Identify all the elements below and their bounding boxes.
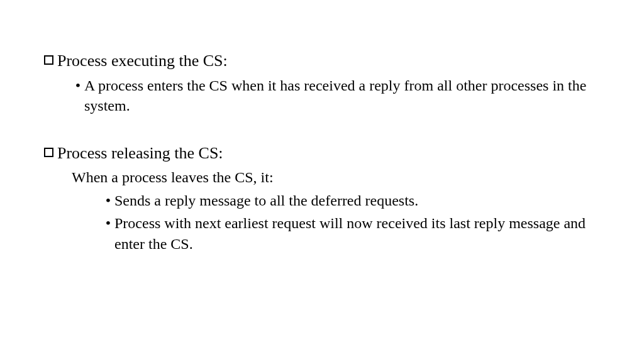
list-item: • Process with next earliest request wil… xyxy=(102,213,600,254)
dot-bullet-icon: • xyxy=(102,213,114,233)
heading-text: Process releasing the CS: xyxy=(57,143,600,164)
dot-bullet-icon: • xyxy=(72,75,84,96)
list-item: • Sends a reply message to all the defer… xyxy=(102,190,600,211)
heading-row: Process releasing the CS: xyxy=(44,143,600,164)
list-item: • A process enters the CS when it has re… xyxy=(72,75,600,116)
bullet-text: Sends a reply message to all the deferre… xyxy=(114,190,600,211)
square-bullet-icon xyxy=(44,55,53,65)
section-executing: Process executing the CS: • A process en… xyxy=(44,50,600,116)
sub-list: • A process enters the CS when it has re… xyxy=(72,75,600,116)
square-bullet-icon xyxy=(44,148,53,157)
sub-intro-text: When a process leaves the CS, it: xyxy=(72,167,600,187)
heading-row: Process executing the CS: xyxy=(44,50,600,72)
bullet-text: Process with next earliest request will … xyxy=(114,213,600,254)
bullet-text: A process enters the CS when it has rece… xyxy=(84,75,600,116)
section-releasing: Process releasing the CS: When a process… xyxy=(44,143,600,254)
dot-bullet-icon: • xyxy=(102,190,114,211)
heading-text: Process executing the CS: xyxy=(57,50,600,72)
sub-list: When a process leaves the CS, it: • Send… xyxy=(72,167,600,254)
nested-list: • Sends a reply message to all the defer… xyxy=(102,190,600,254)
